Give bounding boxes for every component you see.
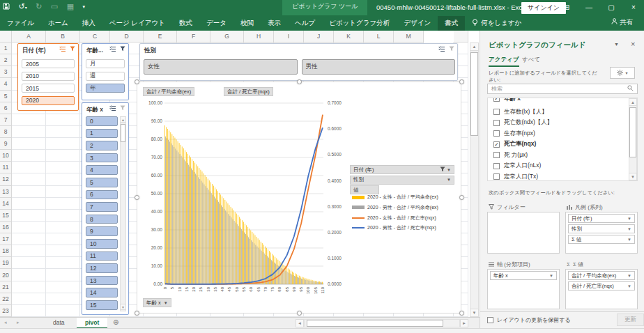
checkbox-icon[interactable] — [493, 173, 500, 180]
save-icon[interactable] — [3, 3, 10, 11]
chart-value-field-button-0[interactable]: 合計 / 平均余命(ex) — [143, 87, 194, 96]
ribbon-tab-8[interactable]: ヘルプ — [288, 16, 322, 31]
ribbon-tab-1[interactable]: ホーム — [41, 16, 75, 31]
row-header-15[interactable]: 15 — [0, 210, 12, 222]
slicer-item-2010[interactable]: 2010 — [22, 72, 75, 81]
slicer-item-2005[interactable]: 2005 — [22, 59, 75, 68]
slicer-item-10[interactable]: 10 — [86, 239, 118, 249]
ribbon-tab-0[interactable]: ファイル — [0, 16, 41, 31]
area-item-性別[interactable]: 性別▼ — [568, 224, 635, 233]
field-item-6[interactable]: 定常人口(nLx) — [488, 160, 627, 172]
sheet-nav-left-icon[interactable]: ◂ — [4, 320, 7, 325]
scroll-up-icon[interactable]: ▲ — [120, 116, 126, 123]
column-header-G[interactable]: G — [210, 31, 244, 42]
row-header-20[interactable]: 20 — [0, 269, 12, 281]
scroll-down-icon[interactable]: ▼ — [629, 173, 637, 180]
column-header-H[interactable]: H — [244, 31, 274, 42]
undo-icon[interactable]: ↺▾ — [18, 2, 26, 11]
field-item-0[interactable]: ✓年齢 x — [488, 98, 627, 104]
row-header-11[interactable]: 11 — [0, 162, 12, 173]
slicer-item-3[interactable]: 3 — [86, 153, 118, 163]
column-header-partial[interactable] — [454, 31, 468, 42]
column-header-L[interactable]: L — [364, 31, 394, 42]
scroll-down-icon[interactable]: ▼ — [120, 304, 126, 310]
row-header-17[interactable]: 17 — [0, 233, 12, 245]
row-header-9[interactable]: 9 — [0, 138, 12, 150]
chart-selection-handle[interactable] — [297, 311, 302, 316]
column-header-F[interactable]: F — [177, 31, 210, 42]
chart-selection-handle[interactable] — [135, 311, 139, 316]
slicer-age-x[interactable]: 年齢 x0123456789101112131415▲▼ — [82, 102, 129, 315]
slicer-age-unit[interactable]: 年齢...月週年 — [82, 43, 129, 100]
select-all-corner[interactable] — [0, 31, 12, 42]
h-scroll-thumb[interactable] — [307, 320, 443, 327]
field-item-7[interactable]: 定常人口(Tx) — [488, 171, 627, 181]
pane-menu-icon[interactable]: ▼ — [614, 42, 619, 47]
legend-field-button-1[interactable]: 性別▼ — [350, 176, 454, 185]
minimize-icon[interactable]: — — [580, 3, 598, 11]
ribbon-tab-3[interactable]: ページ レイアウト — [102, 16, 172, 31]
area-item-合計 / 平均余命(ex)[interactable]: 合計 / 平均余命(ex)▼ — [568, 271, 635, 280]
checkbox-icon[interactable] — [493, 163, 500, 169]
column-header-J[interactable]: J — [304, 31, 334, 42]
column-header-M[interactable]: M — [394, 31, 424, 42]
field-item-4[interactable]: ✓死亡率(nqx) — [488, 139, 627, 150]
slicer-item-9[interactable]: 9 — [86, 226, 118, 236]
sheet-tab-data[interactable]: data — [45, 318, 73, 329]
tell-me-box[interactable]: 何をしますか — [465, 16, 528, 31]
slicer-item-14[interactable]: 14 — [86, 288, 118, 297]
ribbon-tab-4[interactable]: 数式 — [172, 16, 199, 31]
multiselect-icon[interactable] — [438, 46, 445, 54]
ribbon-tab-7[interactable]: 表示 — [261, 16, 288, 31]
row-header-23[interactable]: 23 — [0, 305, 12, 317]
checkbox-icon[interactable] — [493, 130, 500, 137]
qat-customize-icon[interactable]: ▾ — [83, 4, 86, 10]
row-header-13[interactable]: 13 — [0, 186, 12, 198]
slicer-item-男性[interactable]: 男性 — [302, 59, 456, 75]
ribbon-tab-5[interactable]: データ — [199, 16, 233, 31]
chart-value-field-button-1[interactable]: 合計 / 死亡率(nqx) — [224, 87, 273, 96]
chart-selection-handle[interactable] — [297, 79, 302, 84]
search-icon[interactable] — [627, 85, 634, 93]
slicer-item-週[interactable]: 週 — [86, 72, 125, 81]
hscroll-right-icon[interactable]: ► — [460, 319, 468, 327]
chart-axis-field-button[interactable]: 年齢 x▼ — [143, 298, 171, 307]
slicer-item-11[interactable]: 11 — [86, 251, 118, 261]
row-header-6[interactable]: 6 — [0, 102, 12, 114]
row-header-22[interactable]: 22 — [0, 293, 12, 305]
row-header-12[interactable]: 12 — [0, 173, 12, 185]
clear-filter-icon[interactable] — [120, 105, 125, 113]
row-header-19[interactable]: 19 — [0, 257, 12, 269]
share-button[interactable]: 共有 — [604, 15, 640, 30]
slicer-item-12[interactable]: 12 — [86, 263, 118, 273]
slicer-item-8[interactable]: 8 — [86, 215, 118, 224]
slicer-item-2020[interactable]: 2020 — [22, 96, 75, 105]
scroll-up-icon[interactable]: ▲ — [629, 98, 637, 106]
row-header-8[interactable]: 8 — [0, 126, 12, 138]
new-sheet-icon[interactable]: ⊕ — [113, 318, 118, 326]
checkbox-icon[interactable]: ✓ — [493, 141, 500, 148]
area-values-box[interactable]: 合計 / 平均余命(ex)▼合計 / 死亡率(nqx)▼ — [565, 269, 638, 309]
slicer-item-6[interactable]: 6 — [86, 190, 118, 200]
area-item-Σ 値[interactable]: Σ 値▼ — [568, 235, 635, 244]
area-item-日付 (年)[interactable]: 日付 (年)▼ — [568, 214, 635, 223]
slicer-item-0[interactable]: 0 — [86, 116, 118, 126]
pane-tab-1[interactable]: すべて — [522, 56, 540, 64]
slicer-item-女性[interactable]: 女性 — [144, 59, 298, 75]
pane-tab-0[interactable]: アクティブ — [489, 56, 519, 67]
column-header-C[interactable]: C — [80, 31, 110, 42]
field-item-1[interactable]: 生存数(lx)【人】 — [488, 106, 627, 118]
row-header-7[interactable]: 7 — [0, 114, 12, 126]
fields-scroll-thumb[interactable] — [629, 107, 636, 157]
close-icon[interactable]: × — [624, 3, 643, 11]
chart-selection-handle[interactable] — [135, 195, 139, 200]
row-header-18[interactable]: 18 — [0, 245, 12, 257]
chart-selection-handle[interactable] — [459, 195, 464, 200]
ribbon-options-icon[interactable]: ⊞ — [558, 3, 576, 11]
ribbon-tab-6[interactable]: 校閲 — [233, 16, 261, 31]
area-axis-box[interactable]: 年齢 x▼ — [487, 269, 560, 309]
slicer-item-2[interactable]: 2 — [86, 141, 118, 150]
slicer-item-1[interactable]: 1 — [86, 129, 118, 139]
legend-field-button-0[interactable]: 日付 (年)▼ — [350, 165, 454, 174]
row-header-1[interactable]: 1 — [0, 42, 12, 54]
